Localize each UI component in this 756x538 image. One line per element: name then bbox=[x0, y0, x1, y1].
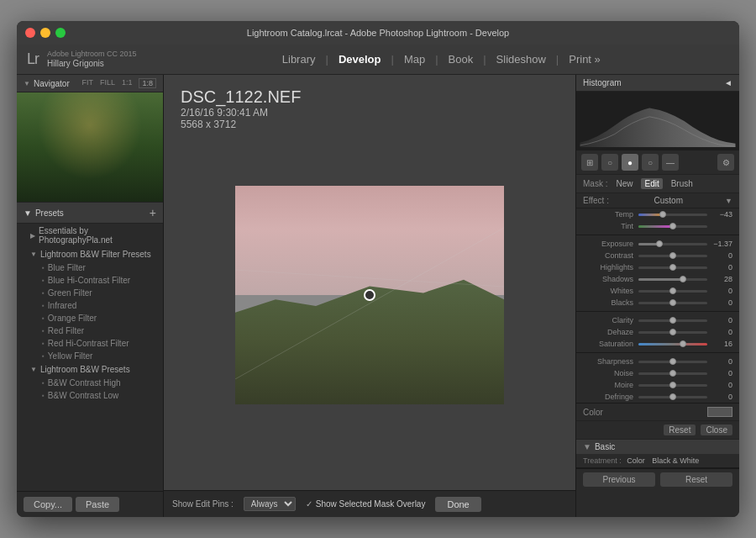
mask-new-button[interactable]: New bbox=[612, 178, 636, 189]
edit-pin[interactable] bbox=[364, 289, 375, 301]
exposure-label: Exposure bbox=[583, 240, 633, 248]
preset-blue-filter[interactable]: ▪ Blue Filter bbox=[17, 261, 163, 274]
group-name2: Lightroom B&W Filter Presets bbox=[40, 250, 151, 259]
noise-track[interactable] bbox=[638, 372, 707, 375]
shadows-value: 28 bbox=[709, 275, 732, 283]
clarity-thumb[interactable] bbox=[669, 317, 676, 324]
sharpness-track[interactable] bbox=[638, 361, 707, 363]
close-panel-button[interactable]: Close bbox=[701, 425, 732, 435]
reset-button[interactable]: Reset bbox=[660, 472, 732, 487]
preset-blue-hicontrast[interactable]: ▪ Blue Hi-Contrast Filter bbox=[17, 274, 163, 287]
preset-green-filter[interactable]: ▪ Green Filter bbox=[17, 287, 163, 299]
whites-thumb[interactable] bbox=[669, 287, 676, 294]
tint-track[interactable] bbox=[638, 225, 707, 228]
copy-button[interactable]: Copy... bbox=[24, 497, 72, 512]
navigator-image bbox=[17, 92, 163, 202]
exposure-thumb[interactable] bbox=[656, 240, 663, 247]
sharpness-thumb[interactable] bbox=[669, 358, 676, 365]
center-area: DSC_1122.NEF 2/16/16 9:30:41 AM 5568 x 3… bbox=[164, 75, 575, 517]
preset-infrared[interactable]: ▪ Infrared bbox=[17, 299, 163, 312]
navigator-collapse-icon[interactable]: ▼ bbox=[24, 80, 30, 87]
nav-map[interactable]: Map bbox=[397, 50, 432, 69]
preset-bw-contrast-high[interactable]: ▪ B&W Contrast High bbox=[17, 377, 163, 389]
color-label: Color bbox=[583, 408, 707, 417]
temp-track[interactable] bbox=[638, 214, 707, 216]
edit-pins-select[interactable]: Always bbox=[244, 497, 296, 511]
grid-tool-icon[interactable]: ⊞ bbox=[581, 154, 598, 171]
defringe-track[interactable] bbox=[638, 396, 707, 398]
treatment-row: Treatment : Color Black & White bbox=[576, 454, 739, 468]
radial-tool-icon[interactable]: ○ bbox=[601, 154, 618, 171]
histogram-arrow-icon[interactable]: ◄ bbox=[724, 78, 732, 87]
close-button[interactable] bbox=[25, 28, 35, 38]
shadows-track[interactable] bbox=[638, 278, 707, 281]
nav-develop[interactable]: Develop bbox=[332, 50, 388, 69]
temp-thumb[interactable] bbox=[659, 211, 666, 218]
blacks-track[interactable] bbox=[638, 302, 707, 304]
brush-tool-icon[interactable]: ● bbox=[622, 154, 638, 171]
settings-icon[interactable]: ⚙ bbox=[717, 154, 734, 171]
color-option[interactable]: Color bbox=[627, 456, 645, 465]
noise-thumb[interactable] bbox=[669, 370, 676, 377]
preset-bw-contrast-low[interactable]: ▪ B&W Contrast Low bbox=[17, 389, 163, 402]
mask-edit-button[interactable]: Edit bbox=[641, 178, 662, 189]
clarity-track[interactable] bbox=[638, 319, 707, 322]
previous-button[interactable]: Previous bbox=[583, 472, 655, 487]
highlights-thumb[interactable] bbox=[669, 264, 676, 271]
whites-track[interactable] bbox=[638, 290, 707, 293]
add-preset-button[interactable]: + bbox=[150, 206, 156, 219]
bw-option[interactable]: Black & White bbox=[652, 456, 699, 465]
defringe-thumb[interactable] bbox=[669, 393, 676, 400]
basic-collapse-icon[interactable]: ▼ bbox=[583, 442, 591, 451]
fill-zoom[interactable]: FILL bbox=[100, 78, 115, 88]
reset-panel-button[interactable]: Reset bbox=[664, 425, 696, 435]
erase-tool-icon[interactable]: — bbox=[662, 154, 679, 171]
saturation-thumb[interactable] bbox=[680, 340, 686, 347]
contrast-thumb[interactable] bbox=[669, 252, 676, 259]
preset-yellow-filter[interactable]: ▪ Yellow Filter bbox=[17, 350, 163, 362]
contrast-track[interactable] bbox=[638, 255, 707, 257]
presets-collapse-icon[interactable]: ▼ bbox=[24, 208, 32, 218]
dehaze-track[interactable] bbox=[638, 331, 707, 334]
preset-red-hicontrast[interactable]: ▪ Red Hi-Contrast Filter bbox=[17, 337, 163, 350]
shadows-label: Shadows bbox=[583, 275, 633, 283]
effect-value[interactable]: Custom bbox=[654, 196, 726, 205]
main-content: ▼ Navigator FIT FILL 1:1 1:8 ▼ Presets bbox=[17, 75, 739, 517]
custom-zoom[interactable]: 1:8 bbox=[139, 78, 156, 88]
tint-thumb[interactable] bbox=[669, 223, 676, 229]
moire-thumb[interactable] bbox=[669, 382, 676, 388]
maximize-button[interactable] bbox=[55, 28, 66, 38]
shadows-thumb[interactable] bbox=[680, 276, 686, 282]
saturation-track[interactable] bbox=[638, 343, 707, 345]
group-expand-icon: ▶ bbox=[30, 232, 35, 240]
nav-book[interactable]: Book bbox=[442, 50, 480, 69]
photo-info: DSC_1122.NEF 2/16/16 9:30:41 AM 5568 x 3… bbox=[181, 87, 301, 130]
group-expand-icon3: ▼ bbox=[30, 366, 37, 373]
nav-print[interactable]: Print » bbox=[562, 50, 607, 69]
blacks-thumb[interactable] bbox=[669, 299, 676, 306]
nav-library[interactable]: Library bbox=[276, 50, 323, 69]
dehaze-thumb[interactable] bbox=[669, 329, 676, 335]
moire-track[interactable] bbox=[638, 384, 707, 387]
treatment-label: Treatment : bbox=[583, 456, 622, 465]
mask-brush-button[interactable]: Brush bbox=[668, 178, 696, 189]
done-button[interactable]: Done bbox=[435, 497, 480, 512]
highlights-track[interactable] bbox=[638, 266, 707, 269]
paste-button[interactable]: Paste bbox=[76, 497, 119, 512]
nav-slideshow[interactable]: Slideshow bbox=[490, 50, 553, 69]
minimize-button[interactable] bbox=[40, 28, 50, 38]
preset-orange-filter[interactable]: ▪ Orange Filter bbox=[17, 312, 163, 324]
preset-group-bwfilter-header[interactable]: ▼ Lightroom B&W Filter Presets bbox=[17, 247, 163, 261]
effect-dropdown-icon[interactable]: ▼ bbox=[725, 197, 732, 205]
exposure-track[interactable] bbox=[638, 243, 707, 245]
color-swatch[interactable] bbox=[707, 407, 732, 417]
histogram-chart bbox=[580, 95, 736, 147]
one-to-one-zoom[interactable]: 1:1 bbox=[122, 78, 133, 88]
preset-red-filter[interactable]: ▪ Red Filter bbox=[17, 324, 163, 337]
fit-zoom[interactable]: FIT bbox=[81, 78, 93, 88]
preset-group-essentials-header[interactable]: ▶ Essentials by PhotographyPla.net bbox=[17, 224, 163, 247]
preset-group-bwpresets-header[interactable]: ▼ Lightroom B&W Presets bbox=[17, 362, 163, 377]
range-tool-icon[interactable]: ○ bbox=[642, 154, 659, 171]
show-overlay-check[interactable]: ✓ Show Selected Mask Overlay bbox=[306, 499, 426, 509]
basic-section-header: ▼ Basic bbox=[576, 439, 739, 454]
